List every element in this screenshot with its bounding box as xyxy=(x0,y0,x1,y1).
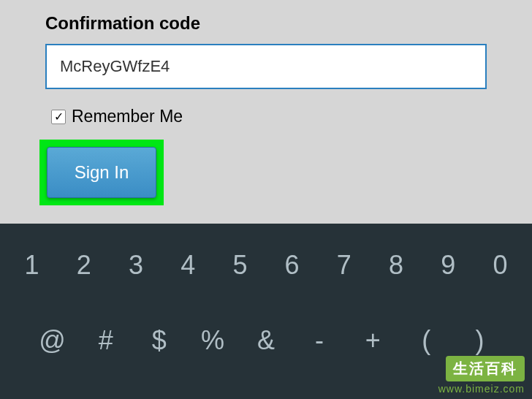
keyboard-row-1: 1 2 3 4 5 6 7 8 9 0 xyxy=(0,224,532,293)
key-dollar[interactable]: $ xyxy=(132,325,186,356)
remember-me-checkbox[interactable]: ✓ xyxy=(51,110,66,124)
confirmation-code-input[interactable]: McReyGWfzE4 xyxy=(45,44,487,89)
key-paren-close[interactable]: ) xyxy=(453,325,506,356)
key-7[interactable]: 7 xyxy=(318,250,370,281)
key-3[interactable]: 3 xyxy=(110,250,162,281)
key-9[interactable]: 9 xyxy=(422,250,474,281)
signin-button[interactable]: Sign In xyxy=(47,147,156,198)
confirmation-code-value: McReyGWfzE4 xyxy=(60,57,170,76)
key-plus[interactable]: + xyxy=(346,325,400,356)
watermark-url: www.bimeiz.com xyxy=(438,383,525,395)
check-icon: ✓ xyxy=(54,111,64,123)
form-area: Confirmation code McReyGWfzE4 ✓ Remember… xyxy=(0,0,532,205)
key-paren-open[interactable]: ( xyxy=(400,325,453,356)
key-8[interactable]: 8 xyxy=(370,250,422,281)
key-2[interactable]: 2 xyxy=(58,250,110,281)
key-6[interactable]: 6 xyxy=(266,250,318,281)
key-ampersand[interactable]: & xyxy=(239,325,292,356)
key-0[interactable]: 0 xyxy=(474,250,526,281)
key-4[interactable]: 4 xyxy=(162,250,214,281)
watermark: 生活百科 www.bimeiz.com xyxy=(438,356,525,395)
key-percent[interactable]: % xyxy=(186,325,239,356)
key-1[interactable]: 1 xyxy=(6,250,58,281)
signin-button-label: Sign In xyxy=(75,162,129,183)
key-hash[interactable]: # xyxy=(79,325,132,356)
key-at[interactable]: @ xyxy=(26,325,79,356)
remember-me-row: ✓ Remember Me xyxy=(45,107,487,126)
key-5[interactable]: 5 xyxy=(214,250,266,281)
watermark-badge: 生活百科 xyxy=(446,356,525,381)
signin-highlight: Sign In xyxy=(39,140,164,205)
confirmation-code-label: Confirmation code xyxy=(45,13,487,34)
key-minus[interactable]: - xyxy=(293,325,346,356)
remember-me-label: Remember Me xyxy=(72,107,183,126)
